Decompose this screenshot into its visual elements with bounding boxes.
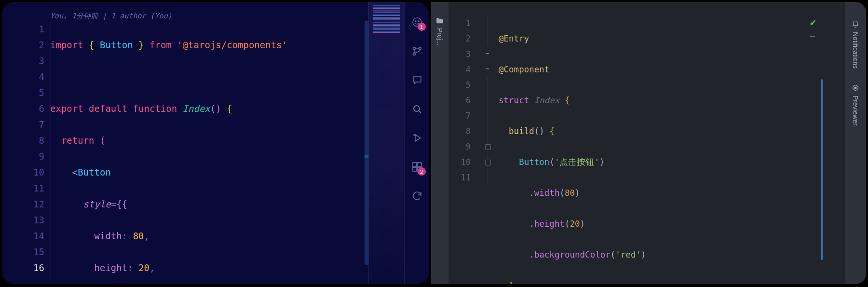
line-number[interactable]: 6 xyxy=(2,101,44,117)
extensions-icon[interactable]: 2 xyxy=(410,160,424,174)
right-line-gutter[interactable]: 1 2 3 4 5 6 7 8 9 10 11 xyxy=(448,2,476,284)
line-number-active[interactable]: 16 xyxy=(2,260,44,276)
codelens-authors[interactable]: You, 1分钟前 | 1 author (You) xyxy=(50,11,368,21)
previewer-tab[interactable]: Previewer xyxy=(852,82,859,125)
svg-rect-10 xyxy=(413,167,417,171)
line-number[interactable]: 4 xyxy=(448,62,471,77)
prop-height: height xyxy=(95,262,128,273)
extensions-badge: 2 xyxy=(418,167,426,176)
right-side-panel: Notifications Previewer xyxy=(845,2,866,284)
bell-icon xyxy=(852,20,859,28)
str-package: '@tarojs/components' xyxy=(177,40,287,50)
project-panel-tab[interactable]: Proj... xyxy=(435,16,444,46)
sync-icon[interactable] xyxy=(410,189,424,203)
line-number[interactable]: 13 xyxy=(2,212,44,228)
side-by-side-editors: 1 2 3 4 5 6 7 8 9 10 11 12 13 14 15 16 Y… xyxy=(0,0,868,287)
chain-height: .height xyxy=(529,219,565,229)
line-number[interactable]: 1 xyxy=(448,15,471,31)
fn-build: build xyxy=(509,126,534,136)
fold-toggle[interactable] xyxy=(476,154,499,170)
line-number[interactable]: 4 xyxy=(2,69,44,85)
line-number[interactable]: 7 xyxy=(448,108,471,123)
eye-icon xyxy=(852,84,859,92)
line-number[interactable]: 7 xyxy=(2,117,44,133)
svg-point-13 xyxy=(854,87,856,89)
line-number[interactable]: 2 xyxy=(2,37,44,53)
line-number[interactable]: 10 xyxy=(2,164,44,180)
ai-badge: 1 xyxy=(418,23,426,31)
anno-component: @Component xyxy=(499,65,549,74)
struct-Index: Index xyxy=(534,96,560,105)
right-editor-main: 1 2 3 4 5 6 7 8 9 10 11 xyxy=(448,2,845,284)
right-tool-strip: Proj... xyxy=(431,2,448,284)
fold-toggle[interactable] xyxy=(476,62,499,77)
ai-icon[interactable]: 1 xyxy=(410,15,424,29)
chat-icon[interactable] xyxy=(410,73,424,87)
problems-indicator[interactable]: – xyxy=(810,31,815,41)
line-number[interactable]: 3 xyxy=(448,46,471,62)
left-line-gutter[interactable]: 1 2 3 4 5 6 7 8 9 10 11 12 13 14 15 16 xyxy=(2,11,50,284)
left-editor-main: 1 2 3 4 5 6 7 8 9 10 11 12 13 14 15 16 Y… xyxy=(2,2,368,284)
folder-icon xyxy=(435,16,444,25)
editor-right: Proj... 1 2 3 4 5 6 7 8 9 10 11 xyxy=(431,2,866,284)
overview-ruler[interactable] xyxy=(365,21,368,265)
svg-point-2 xyxy=(418,21,419,22)
chain-width: .width xyxy=(529,188,559,198)
svg-rect-9 xyxy=(418,163,421,166)
minimap[interactable] xyxy=(368,2,404,284)
line-number[interactable]: 14 xyxy=(2,228,44,244)
svg-point-6 xyxy=(414,106,420,111)
attr-style: style xyxy=(83,199,111,209)
debug-icon[interactable] xyxy=(410,131,424,145)
anno-entry: @Entry xyxy=(499,34,529,43)
prop-width: width xyxy=(95,231,122,241)
line-number[interactable]: 11 xyxy=(448,170,471,185)
fn-Index: Index xyxy=(183,103,210,114)
svg-rect-8 xyxy=(413,163,417,166)
svg-point-1 xyxy=(415,21,416,22)
line-number[interactable]: 1 xyxy=(2,21,44,37)
branch-icon[interactable] xyxy=(410,44,424,58)
check-icon[interactable]: ✔ xyxy=(810,16,816,28)
left-code-area[interactable]: You, 1分钟前 | 1 author (You) import { Butt… xyxy=(50,11,368,284)
scroll-marker[interactable] xyxy=(821,79,823,260)
line-number[interactable]: 8 xyxy=(2,133,44,149)
editor-left: 1 2 3 4 5 6 7 8 9 10 11 12 13 14 15 16 Y… xyxy=(2,2,429,284)
line-number[interactable]: 6 xyxy=(448,93,471,108)
jsx-open-Button: Button xyxy=(78,167,111,178)
line-number[interactable]: 8 xyxy=(448,123,471,139)
line-number[interactable]: 9 xyxy=(448,139,471,154)
left-activity-bar: 1 2 xyxy=(404,2,429,284)
right-code-area[interactable]: @Entry @Component struct Index { build()… xyxy=(499,2,845,284)
chain-backgroundColor: .backgroundColor xyxy=(529,250,610,260)
svg-point-5 xyxy=(419,47,421,50)
line-number[interactable]: 2 xyxy=(448,31,471,46)
svg-point-7 xyxy=(414,135,415,136)
svg-point-4 xyxy=(413,53,415,55)
line-number[interactable]: 3 xyxy=(2,53,44,69)
fold-gutter[interactable] xyxy=(476,2,499,284)
line-number[interactable]: 5 xyxy=(2,85,44,101)
call-Button: Button xyxy=(519,157,549,167)
line-number[interactable]: 12 xyxy=(2,196,44,212)
search-icon[interactable] xyxy=(410,102,424,116)
line-number[interactable]: 10 xyxy=(448,154,471,170)
svg-point-3 xyxy=(413,47,415,50)
line-number[interactable]: 11 xyxy=(2,180,44,196)
notifications-tab[interactable]: Notifications xyxy=(852,18,859,68)
kw-import: import xyxy=(50,40,83,50)
fold-toggle[interactable] xyxy=(476,139,499,154)
ident-Button: Button xyxy=(100,40,133,50)
line-number[interactable]: 5 xyxy=(448,77,471,93)
fold-toggle[interactable] xyxy=(476,46,499,62)
line-number[interactable]: 9 xyxy=(2,149,44,164)
line-number[interactable]: 15 xyxy=(2,244,44,260)
